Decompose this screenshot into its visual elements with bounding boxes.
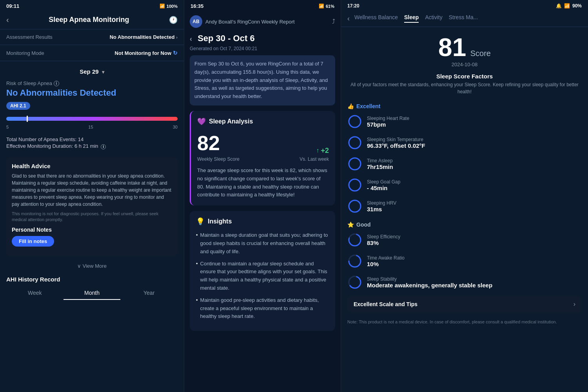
time-2: 16:35	[191, 3, 203, 9]
excellent-category: 👍 Excellent	[341, 101, 588, 111]
chevron-right-icon-3: ›	[573, 301, 575, 308]
main-score: 81	[438, 33, 466, 62]
sleep-analysis-section: 💜 Sleep Analysis 82 ↑ +2 Weekly Sleep Sc…	[190, 111, 335, 205]
report-header: AB Andy Boxall's RingConn Weekly Report …	[184, 12, 341, 31]
back-icon-2[interactable]: ‹	[190, 35, 192, 43]
good-category: ⭐ Good	[341, 219, 588, 229]
monitoring-mode-row[interactable]: Monitoring Mode Not Monitoring for Now ↻	[0, 45, 184, 61]
generated-info: Generated on Oct 7, 2024 00:21	[184, 45, 341, 55]
excellent-scale-card[interactable]: Excellent Scale and Tips ›	[347, 296, 582, 312]
p3-nav: ‹ Wellness Balance Sleep Activity Stress…	[341, 12, 588, 27]
tab-wellness[interactable]: Wellness Balance	[354, 14, 398, 23]
info-rows: Assessment Results No Abnormalities Dete…	[0, 29, 184, 61]
score-labels: Weekly Sleep Score Vs. Last week	[197, 156, 329, 162]
assessment-value: No Abnormalities Detected ›	[110, 34, 178, 40]
ahi-badge: AHI 2.1	[6, 102, 30, 110]
history-icon[interactable]: 🕐	[169, 16, 178, 24]
share-icon[interactable]: ⤴	[332, 18, 335, 25]
sleep-analysis-title: Sleep Analysis	[209, 118, 253, 125]
thumbs-up-icon: 👍	[347, 103, 354, 109]
report-date-range: ‹ Sep 30 - Oct 6	[184, 31, 341, 45]
view-more-button[interactable]: ∨ View More	[0, 259, 184, 273]
wifi-icon-3: 📶	[564, 3, 570, 9]
sleep-analysis-icon: 💜	[197, 117, 206, 126]
tab-stress[interactable]: Stress Ma...	[449, 14, 478, 23]
score-label: Score	[470, 49, 491, 58]
info-icon: ℹ	[54, 81, 59, 86]
ahi-history-section: AHI History Record Week Month Year	[0, 276, 184, 300]
sleep-score-panel: 17:20 🔔 📶 90% ‹ Wellness Balance Sleep A…	[341, 0, 588, 392]
monitoring-value: Not Monitoring for Now ↻	[115, 50, 178, 56]
bullet-2: •	[196, 260, 198, 292]
ahi-tick-15: 15	[88, 125, 93, 129]
tab-activity[interactable]: Activity	[425, 14, 442, 23]
page-title-1: Sleep Apnea Monitoring	[49, 16, 129, 24]
bullet-3: •	[196, 296, 198, 321]
sleep-goal-circle	[347, 178, 362, 192]
assessment-label: Assessment Results	[6, 34, 53, 40]
battery-2: 61%	[326, 4, 334, 9]
ahi-gradient-bar	[6, 117, 178, 121]
status-icons-2: 📶 61%	[319, 4, 334, 9]
status-bar-3: 17:20 🔔 📶 90%	[341, 0, 588, 12]
good-metrics: Sleep Efficiency 83% Time Awake Ratio 10…	[341, 229, 588, 293]
ahi-ticks: 5 15 30	[6, 125, 178, 129]
weekly-report-panel: 16:35 📶 61% AB Andy Boxall's RingConn We…	[184, 0, 341, 392]
factors-subtitle: All of your factors meet the standards, …	[341, 81, 588, 95]
awake-ratio-info: Time Awake Ratio 10%	[367, 255, 582, 267]
ahi-tick-30: 30	[173, 125, 178, 129]
sleep-analysis-header: 💜 Sleep Analysis	[197, 117, 329, 126]
status-icons-1: 📶 100%	[160, 4, 178, 9]
report-intro: From Sep 30 to Oct 6, you wore RingConn …	[190, 55, 335, 105]
stats-row: Total Number of Apnea Events: 14 Effecti…	[0, 132, 184, 154]
excellent-metrics: Sleeping Heart Rate 57bpm Sleeping Skin …	[341, 111, 588, 217]
assessment-row[interactable]: Assessment Results No Abnormalities Dete…	[0, 29, 184, 45]
health-disclaimer: This monitoring is not for diagnostic pu…	[12, 211, 172, 223]
monitoring-duration: Effective Monitoring Duration: 6 h 21 mi…	[6, 143, 178, 149]
risk-value: No Abnormalities Detected	[6, 88, 178, 98]
insight-item-3: • Maintain good pre-sleep activities and…	[196, 296, 329, 321]
ahi-tick-5: 5	[6, 125, 9, 129]
date-selector[interactable]: Sep 29 ▾	[0, 66, 184, 80]
awake-circle	[347, 254, 362, 269]
metric-hrv: Sleeping HRV 31ms	[341, 196, 588, 217]
status-bar-1: 09:11 📶 100%	[0, 0, 184, 12]
time-asleep-circle	[347, 156, 362, 171]
sleep-apnea-panel: 09:11 📶 100% ‹ Sleep Apnea Monitoring 🕐 …	[0, 0, 184, 392]
score-display: 81 Score	[347, 35, 582, 60]
dropdown-arrow-icon: ▾	[102, 69, 104, 75]
health-advice-text: Glad to see that there are no abnormalit…	[12, 172, 172, 208]
back-icon-3[interactable]: ‹	[347, 15, 350, 23]
efficiency-circle	[347, 232, 362, 247]
stability-circle	[347, 275, 362, 290]
health-advice-title: Health Advice	[12, 163, 172, 169]
hrv-circle	[347, 199, 362, 214]
wifi-icon-2: 📶	[319, 4, 324, 9]
svg-point-5	[349, 158, 361, 170]
back-icon-1[interactable]: ‹	[6, 15, 9, 24]
wifi-icon: 📶	[160, 4, 165, 9]
score-row: 82 ↑ +2	[197, 131, 329, 155]
fill-in-notes-button[interactable]: Fill in notes	[12, 236, 54, 247]
heart-rate-info: Sleeping Heart Rate 57bpm	[367, 116, 582, 128]
refresh-icon: ↻	[173, 50, 178, 56]
insights-title: Insights	[208, 218, 232, 225]
star-icon: ⭐	[347, 221, 354, 228]
metric-sleep-goal: Sleep Goal Gap - 45min	[341, 174, 588, 196]
insights-section: 💡 Insights • Maintain a sleep duration g…	[190, 211, 335, 331]
efficiency-info: Sleep Efficiency 83%	[367, 234, 582, 246]
up-arrow-icon: ↑	[316, 147, 319, 154]
status-bar-2: 16:35 📶 61%	[184, 0, 341, 12]
tab-month[interactable]: Month	[64, 287, 121, 300]
personal-notes-title: Personal Notes	[12, 227, 172, 233]
insights-icon: 💡	[196, 217, 205, 226]
score-section: 81 Score 2024-10-08	[341, 27, 588, 73]
p3-disclaimer: Note: This product is not a medical devi…	[341, 316, 588, 328]
tab-sleep[interactable]: Sleep	[404, 14, 419, 23]
heart-rate-circle	[347, 114, 362, 129]
health-advice-card: Health Advice Glad to see that there are…	[6, 157, 178, 256]
tab-year[interactable]: Year	[120, 287, 178, 300]
svg-point-7	[349, 179, 361, 191]
battery-3: 90%	[572, 3, 582, 9]
tab-week[interactable]: Week	[6, 287, 64, 300]
